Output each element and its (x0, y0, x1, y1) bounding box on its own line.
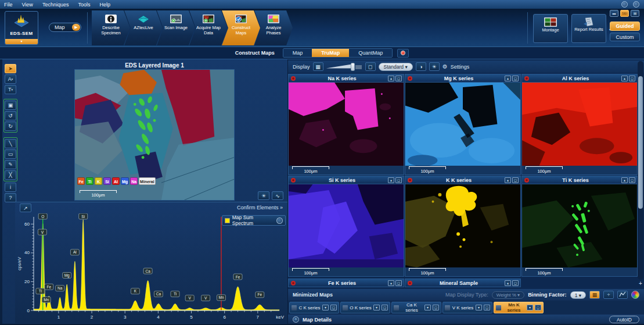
minimize-map-button[interactable]: ▴ (505, 76, 511, 81)
map-details-expander[interactable]: ^ (293, 316, 299, 323)
expand-map-button[interactable]: ◻ (433, 305, 439, 310)
map-tile-header[interactable]: Mg K series▴◻ (405, 74, 521, 83)
expand-map-button[interactable]: ◻ (512, 177, 519, 183)
info-button[interactable]: i (5, 183, 16, 192)
expand-map-button[interactable]: ◻ (330, 305, 337, 310)
map-tile-header[interactable]: Ti K series▴◻ (521, 176, 638, 184)
menu-item-file[interactable]: File (4, 2, 13, 8)
region-tool[interactable]: ▣ (5, 101, 16, 110)
minimize-map-button[interactable]: ▴ (505, 280, 511, 286)
brightness-contrast-button[interactable]: ☀ (258, 191, 269, 200)
layout-toggle-single[interactable]: ▬ (610, 10, 618, 17)
minimized-chip-ca[interactable]: Ca K series▾◻ (391, 302, 441, 313)
contrast-button[interactable]: ◑ (416, 62, 426, 71)
brightness-button[interactable]: ☀ (429, 62, 440, 71)
titlebar-circle-button-2[interactable] (633, 1, 639, 8)
map-tile-header[interactable]: Mineral Sample▴◻ (405, 278, 521, 287)
restore-map-button[interactable]: ▾ (322, 305, 329, 310)
spectrum-legend[interactable]: Map Sum Spectrum (222, 215, 286, 226)
rotate-right-tool[interactable]: ↻ (5, 122, 16, 131)
map-tile-header[interactable]: Na K series▴◻ (288, 74, 404, 83)
minimize-map-button[interactable]: ▴ (388, 76, 394, 81)
layout-toggle-wide[interactable]: ▤ (631, 10, 639, 17)
element-map-image[interactable] (521, 184, 638, 267)
expand-map-button[interactable]: ◻ (395, 177, 402, 183)
app-logo[interactable]: EDS-SEM ▾ (5, 11, 38, 45)
expand-map-button[interactable]: ◻ (395, 76, 402, 81)
add-map-button[interactable]: + (639, 280, 642, 287)
rectangle-tool[interactable]: ▭ (5, 149, 16, 159)
minimize-map-button[interactable]: ▴ (388, 280, 394, 286)
single-map-button[interactable]: ◻ (365, 62, 376, 71)
scrollbar-thumb[interactable] (638, 76, 643, 209)
map-tile-header[interactable]: Al K series▴◻ (521, 74, 638, 83)
eds-layered-image[interactable]: FeTiKSiAlMgNaMineral 100μm (74, 69, 235, 201)
element-map-image[interactable] (288, 83, 404, 166)
settings-link[interactable]: Settings (451, 64, 470, 70)
menu-item-techniques[interactable]: Techniques (42, 2, 69, 8)
color-palette-button[interactable] (631, 291, 639, 299)
draw-tool[interactable]: ✎ (5, 160, 16, 169)
slider-knob[interactable] (351, 63, 355, 71)
minimize-map-button[interactable]: ▴ (505, 177, 511, 183)
montage-button[interactable]: Montage (533, 14, 568, 43)
grid-layout-button[interactable]: ▦ (313, 62, 323, 71)
element-map-image[interactable] (405, 83, 521, 166)
map-overlay-button[interactable] (397, 49, 409, 58)
legend-chip-mg[interactable]: Mg (121, 177, 129, 185)
titlebar-circle-button-1[interactable] (621, 1, 628, 8)
minimized-chip-c[interactable]: C K series▾◻ (289, 302, 339, 313)
map-tile-header[interactable]: K K series▴◻ (405, 176, 521, 184)
profile-chart-button[interactable] (617, 291, 628, 299)
app-logo-dropdown[interactable]: ▾ (5, 39, 38, 44)
rotate-left-tool[interactable]: ↺ (5, 111, 16, 120)
auto-brightness-button[interactable]: ▦ (589, 291, 600, 299)
expand-map-button[interactable]: ◻ (512, 76, 519, 81)
legend-chip-al[interactable]: Al (112, 177, 120, 185)
expand-spectrum-button[interactable]: ↗ (20, 203, 31, 212)
histogram-button[interactable]: ∿ (272, 191, 283, 200)
expand-map-button[interactable]: ◻ (382, 305, 388, 310)
restore-map-button[interactable]: ▾ (424, 305, 431, 310)
confirm-elements-link[interactable]: Confirm Elements » (237, 205, 283, 210)
legend-chip-si[interactable]: Si (103, 177, 111, 185)
mode-dropdown[interactable]: Map ▶ (49, 23, 81, 32)
spectrum-chart[interactable]: 02040601234567keVcps/eVOFeNaMgAlSiKCaCaT… (16, 213, 286, 323)
map-tile-header[interactable]: Fe K series▴◻ (288, 278, 404, 287)
element-map-image[interactable] (405, 184, 521, 267)
restore-map-button[interactable]: ▾ (476, 305, 482, 310)
custom-mode-button[interactable]: Custom (610, 33, 640, 41)
expand-map-button[interactable]: ◻ (629, 177, 635, 183)
map-display-type-dropdown[interactable]: Weight % ▾ (492, 291, 524, 299)
menu-item-tools[interactable]: Tools (78, 2, 90, 8)
report-results-button[interactable]: Report Results ▾ (571, 14, 606, 43)
annotation-tool[interactable]: A▾ (5, 74, 16, 84)
minimized-chip-mn[interactable]: Mn K series▾◻ (494, 302, 544, 313)
element-map-image[interactable] (288, 184, 404, 267)
display-preset-dropdown[interactable]: Standard ▾ (379, 63, 413, 71)
legend-chip-na[interactable]: Na (130, 177, 138, 185)
menu-item-view[interactable]: View (22, 2, 33, 8)
minimize-map-button[interactable]: ▴ (621, 177, 628, 183)
erase-tool[interactable]: ╳ (5, 170, 16, 180)
restore-map-button[interactable]: ▾ (373, 305, 380, 310)
minimized-chip-o[interactable]: O K series▾◻ (340, 302, 390, 313)
map-tile-header[interactable]: Si K series▴◻ (288, 176, 404, 184)
legend-chip-k[interactable]: K (95, 177, 102, 185)
guided-mode-button[interactable]: Guided (610, 22, 640, 31)
layout-toggle-dual[interactable]: SEI (620, 10, 629, 17)
legend-options-button[interactable] (276, 217, 283, 224)
maps-scrollbar[interactable] (638, 61, 643, 280)
minimize-map-button[interactable]: ▴ (388, 177, 394, 183)
tab-quantmap[interactable]: QuantMap (349, 49, 392, 57)
restore-map-button[interactable]: ▾ (527, 305, 533, 310)
element-map-image[interactable] (521, 83, 638, 166)
line-tool[interactable]: ╲ (5, 139, 16, 148)
map-size-slider[interactable] (326, 63, 362, 71)
expand-map-button[interactable]: ◻ (395, 280, 402, 286)
autoid-button[interactable]: AutoID (609, 316, 639, 323)
legend-chip-ti[interactable]: Ti (86, 177, 93, 185)
divide-maps-button[interactable]: ÷ (603, 291, 614, 299)
minimize-map-button[interactable]: ▴ (621, 76, 628, 81)
help-button[interactable]: ? (5, 193, 16, 202)
